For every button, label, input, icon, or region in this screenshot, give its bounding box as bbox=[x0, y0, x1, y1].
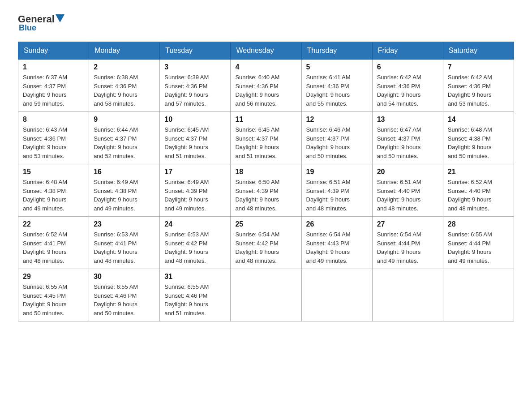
day-number: 8 bbox=[23, 116, 84, 124]
empty-cell bbox=[231, 269, 301, 321]
day-number: 17 bbox=[164, 168, 226, 176]
day-number: 16 bbox=[94, 168, 155, 176]
day-info: Sunrise: 6:53 AMSunset: 4:41 PMDaylight:… bbox=[94, 230, 155, 265]
logo-blue-text: Blue bbox=[19, 23, 36, 33]
day-info: Sunrise: 6:38 AMSunset: 4:36 PMDaylight:… bbox=[94, 73, 155, 108]
day-number: 28 bbox=[448, 220, 509, 228]
page-header: General Blue bbox=[18, 13, 514, 33]
day-info: Sunrise: 6:55 AMSunset: 4:45 PMDaylight:… bbox=[23, 283, 84, 317]
day-number: 2 bbox=[94, 63, 155, 71]
logo: General Blue bbox=[18, 13, 64, 33]
day-cell-5: 5 Sunrise: 6:41 AMSunset: 4:36 PMDayligh… bbox=[301, 60, 372, 112]
day-number: 14 bbox=[448, 116, 509, 124]
day-cell-30: 30 Sunrise: 6:55 AMSunset: 4:46 PMDaylig… bbox=[89, 269, 160, 321]
day-info: Sunrise: 6:42 AMSunset: 4:36 PMDaylight:… bbox=[448, 73, 509, 108]
calendar-week-5: 29 Sunrise: 6:55 AMSunset: 4:45 PMDaylig… bbox=[18, 269, 514, 321]
day-number: 3 bbox=[164, 63, 226, 71]
day-info: Sunrise: 6:47 AMSunset: 4:37 PMDaylight:… bbox=[377, 125, 438, 160]
day-cell-18: 18 Sunrise: 6:50 AMSunset: 4:39 PMDaylig… bbox=[231, 164, 301, 217]
day-info: Sunrise: 6:45 AMSunset: 4:37 PMDaylight:… bbox=[235, 125, 296, 160]
day-cell-21: 21 Sunrise: 6:52 AMSunset: 4:40 PMDaylig… bbox=[443, 164, 514, 217]
day-info: Sunrise: 6:53 AMSunset: 4:42 PMDaylight:… bbox=[164, 230, 226, 265]
empty-cell bbox=[443, 269, 514, 321]
day-number: 7 bbox=[448, 63, 509, 71]
day-cell-28: 28 Sunrise: 6:55 AMSunset: 4:44 PMDaylig… bbox=[443, 217, 514, 269]
weekday-header-friday: Friday bbox=[372, 42, 443, 60]
calendar-week-1: 1 Sunrise: 6:37 AMSunset: 4:37 PMDayligh… bbox=[18, 60, 514, 112]
day-info: Sunrise: 6:41 AMSunset: 4:36 PMDaylight:… bbox=[306, 73, 368, 108]
day-info: Sunrise: 6:44 AMSunset: 4:37 PMDaylight:… bbox=[94, 125, 155, 160]
day-cell-31: 31 Sunrise: 6:55 AMSunset: 4:46 PMDaylig… bbox=[160, 269, 231, 321]
day-cell-12: 12 Sunrise: 6:46 AMSunset: 4:37 PMDaylig… bbox=[301, 112, 372, 164]
day-number: 27 bbox=[377, 220, 438, 228]
day-info: Sunrise: 6:46 AMSunset: 4:37 PMDaylight:… bbox=[306, 125, 368, 160]
day-cell-1: 1 Sunrise: 6:37 AMSunset: 4:37 PMDayligh… bbox=[18, 60, 89, 112]
day-cell-15: 15 Sunrise: 6:48 AMSunset: 4:38 PMDaylig… bbox=[18, 164, 89, 217]
day-info: Sunrise: 6:51 AMSunset: 4:39 PMDaylight:… bbox=[306, 178, 368, 213]
day-number: 1 bbox=[23, 63, 84, 71]
weekday-header-row: SundayMondayTuesdayWednesdayThursdayFrid… bbox=[18, 42, 514, 60]
day-number: 12 bbox=[306, 116, 368, 124]
day-info: Sunrise: 6:45 AMSunset: 4:37 PMDaylight:… bbox=[164, 125, 226, 160]
day-number: 22 bbox=[23, 220, 84, 228]
day-info: Sunrise: 6:49 AMSunset: 4:39 PMDaylight:… bbox=[164, 178, 226, 213]
empty-cell bbox=[301, 269, 372, 321]
empty-cell bbox=[372, 269, 443, 321]
day-info: Sunrise: 6:55 AMSunset: 4:44 PMDaylight:… bbox=[448, 230, 509, 265]
day-info: Sunrise: 6:51 AMSunset: 4:40 PMDaylight:… bbox=[377, 178, 438, 213]
calendar-week-2: 8 Sunrise: 6:43 AMSunset: 4:36 PMDayligh… bbox=[18, 112, 514, 164]
day-number: 15 bbox=[23, 168, 84, 176]
day-info: Sunrise: 6:50 AMSunset: 4:39 PMDaylight:… bbox=[235, 178, 296, 213]
day-info: Sunrise: 6:55 AMSunset: 4:46 PMDaylight:… bbox=[164, 283, 226, 317]
day-number: 31 bbox=[164, 273, 226, 281]
day-cell-24: 24 Sunrise: 6:53 AMSunset: 4:42 PMDaylig… bbox=[160, 217, 231, 269]
day-cell-3: 3 Sunrise: 6:39 AMSunset: 4:36 PMDayligh… bbox=[160, 60, 231, 112]
day-cell-19: 19 Sunrise: 6:51 AMSunset: 4:39 PMDaylig… bbox=[301, 164, 372, 217]
day-number: 9 bbox=[94, 116, 155, 124]
weekday-header-saturday: Saturday bbox=[443, 42, 514, 60]
day-info: Sunrise: 6:39 AMSunset: 4:36 PMDaylight:… bbox=[164, 73, 226, 108]
day-cell-11: 11 Sunrise: 6:45 AMSunset: 4:37 PMDaylig… bbox=[231, 112, 301, 164]
day-info: Sunrise: 6:40 AMSunset: 4:36 PMDaylight:… bbox=[235, 73, 296, 108]
day-number: 18 bbox=[235, 168, 296, 176]
day-cell-6: 6 Sunrise: 6:42 AMSunset: 4:36 PMDayligh… bbox=[372, 60, 443, 112]
day-cell-10: 10 Sunrise: 6:45 AMSunset: 4:37 PMDaylig… bbox=[160, 112, 231, 164]
day-cell-9: 9 Sunrise: 6:44 AMSunset: 4:37 PMDayligh… bbox=[89, 112, 160, 164]
day-number: 29 bbox=[23, 273, 84, 281]
day-cell-27: 27 Sunrise: 6:54 AMSunset: 4:44 PMDaylig… bbox=[372, 217, 443, 269]
day-info: Sunrise: 6:54 AMSunset: 4:43 PMDaylight:… bbox=[306, 230, 368, 265]
day-cell-20: 20 Sunrise: 6:51 AMSunset: 4:40 PMDaylig… bbox=[372, 164, 443, 217]
weekday-header-sunday: Sunday bbox=[18, 42, 89, 60]
day-number: 5 bbox=[306, 63, 368, 71]
day-cell-22: 22 Sunrise: 6:52 AMSunset: 4:41 PMDaylig… bbox=[18, 217, 89, 269]
day-number: 23 bbox=[94, 220, 155, 228]
day-number: 10 bbox=[164, 116, 226, 124]
day-number: 30 bbox=[94, 273, 155, 281]
calendar-week-4: 22 Sunrise: 6:52 AMSunset: 4:41 PMDaylig… bbox=[18, 217, 514, 269]
day-cell-23: 23 Sunrise: 6:53 AMSunset: 4:41 PMDaylig… bbox=[89, 217, 160, 269]
day-info: Sunrise: 6:42 AMSunset: 4:36 PMDaylight:… bbox=[377, 73, 438, 108]
day-cell-13: 13 Sunrise: 6:47 AMSunset: 4:37 PMDaylig… bbox=[372, 112, 443, 164]
day-cell-17: 17 Sunrise: 6:49 AMSunset: 4:39 PMDaylig… bbox=[160, 164, 231, 217]
day-cell-8: 8 Sunrise: 6:43 AMSunset: 4:36 PMDayligh… bbox=[18, 112, 89, 164]
day-number: 25 bbox=[235, 220, 296, 228]
weekday-header-thursday: Thursday bbox=[301, 42, 372, 60]
day-cell-26: 26 Sunrise: 6:54 AMSunset: 4:43 PMDaylig… bbox=[301, 217, 372, 269]
day-info: Sunrise: 6:48 AMSunset: 4:38 PMDaylight:… bbox=[23, 178, 84, 213]
day-number: 19 bbox=[306, 168, 368, 176]
day-info: Sunrise: 6:48 AMSunset: 4:38 PMDaylight:… bbox=[448, 125, 509, 160]
day-info: Sunrise: 6:54 AMSunset: 4:44 PMDaylight:… bbox=[377, 230, 438, 265]
day-cell-7: 7 Sunrise: 6:42 AMSunset: 4:36 PMDayligh… bbox=[443, 60, 514, 112]
day-number: 24 bbox=[164, 220, 226, 228]
day-cell-2: 2 Sunrise: 6:38 AMSunset: 4:36 PMDayligh… bbox=[89, 60, 160, 112]
weekday-header-tuesday: Tuesday bbox=[160, 42, 231, 60]
day-number: 6 bbox=[377, 63, 438, 71]
weekday-header-wednesday: Wednesday bbox=[231, 42, 301, 60]
day-info: Sunrise: 6:49 AMSunset: 4:38 PMDaylight:… bbox=[94, 178, 155, 213]
weekday-header-monday: Monday bbox=[89, 42, 160, 60]
day-info: Sunrise: 6:55 AMSunset: 4:46 PMDaylight:… bbox=[94, 283, 155, 317]
day-cell-14: 14 Sunrise: 6:48 AMSunset: 4:38 PMDaylig… bbox=[443, 112, 514, 164]
day-cell-4: 4 Sunrise: 6:40 AMSunset: 4:36 PMDayligh… bbox=[231, 60, 301, 112]
day-number: 4 bbox=[235, 63, 296, 71]
day-cell-29: 29 Sunrise: 6:55 AMSunset: 4:45 PMDaylig… bbox=[18, 269, 89, 321]
